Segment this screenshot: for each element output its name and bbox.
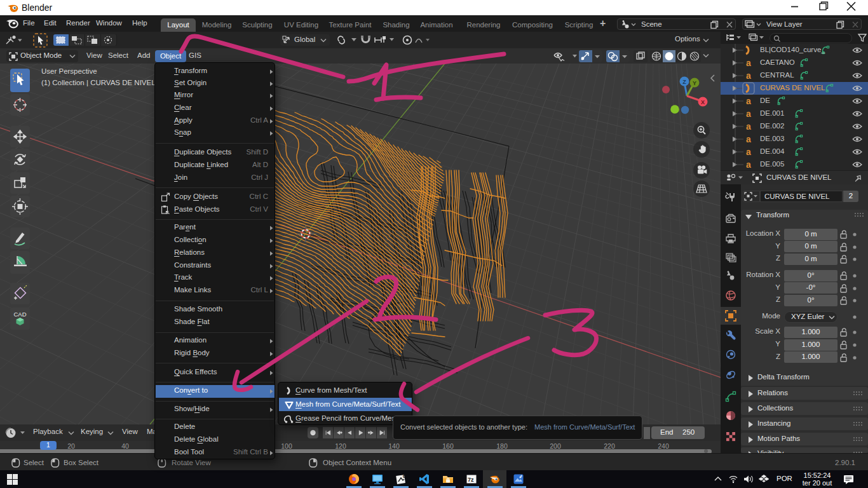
svg-text:a: a bbox=[746, 134, 751, 144]
svg-text:Z: Z bbox=[682, 79, 686, 85]
svg-text:a: a bbox=[746, 147, 751, 157]
svg-text:7z: 7z bbox=[468, 477, 474, 483]
svg-text:CAD: CAD bbox=[13, 311, 26, 318]
svg-text:a: a bbox=[746, 71, 751, 81]
svg-text:a: a bbox=[746, 96, 751, 106]
svg-text:Y: Y bbox=[693, 80, 696, 86]
svg-text:X: X bbox=[701, 99, 705, 105]
svg-text:a: a bbox=[746, 58, 751, 68]
svg-text:a: a bbox=[746, 109, 751, 119]
svg-text:6: 6 bbox=[403, 474, 405, 478]
svg-text:a: a bbox=[746, 121, 751, 132]
svg-text:a: a bbox=[746, 159, 751, 170]
